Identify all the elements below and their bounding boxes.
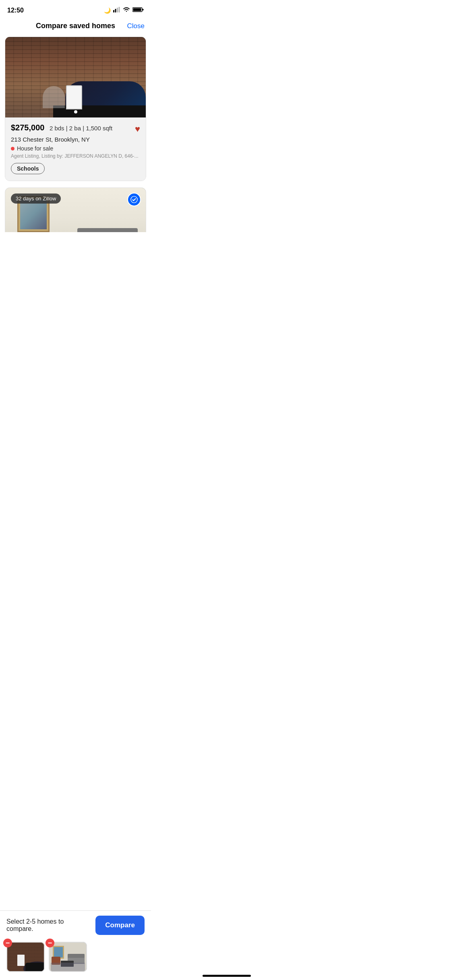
svg-rect-5: [133, 8, 141, 11]
moon-icon: 🌙: [104, 7, 111, 14]
type-1: House for sale: [17, 145, 53, 152]
price-1: $275,000: [11, 123, 44, 132]
svg-rect-1: [115, 9, 116, 12]
listing-info-1: $275,000 2 bds | 2 ba | 1,500 sqft ♥ 213…: [5, 117, 146, 181]
address-1: 213 Chester St, Brooklyn, NY: [11, 136, 140, 143]
listing-card-1[interactable]: $275,000 2 bds | 2 ba | 1,500 sqft ♥ 213…: [5, 37, 146, 181]
svg-rect-0: [113, 10, 114, 12]
agent-1: Agent Listing, Listing by: JEFFERSON ANG…: [11, 153, 140, 159]
type-row-1: House for sale: [11, 145, 140, 152]
price-row-1: $275,000 2 bds | 2 ba | 1,500 sqft ♥: [11, 123, 140, 134]
status-time: 12:50: [7, 7, 24, 14]
status-bar: 12:50 🌙: [0, 0, 151, 18]
svg-rect-2: [117, 8, 118, 12]
battery-icon: [132, 7, 144, 14]
days-badge-2: 32 days on Zillow: [11, 194, 61, 204]
schools-button-1[interactable]: Schools: [11, 163, 45, 174]
type-dot-1: [11, 147, 14, 150]
wifi-icon: [123, 7, 130, 14]
favorite-icon-1[interactable]: ♥: [135, 124, 140, 134]
signal-icon: [113, 7, 120, 14]
listing-image-2[interactable]: 32 days on Zillow: [5, 188, 146, 232]
close-button[interactable]: Close: [127, 22, 145, 30]
status-icons: 🌙: [104, 7, 144, 14]
image-dots-1: [74, 110, 77, 113]
svg-rect-6: [143, 9, 144, 10]
house1-background: [5, 37, 146, 117]
beds-1: 2 bds | 2 ba | 1,500 sqft: [50, 125, 112, 132]
selected-check-2[interactable]: [127, 193, 141, 206]
svg-rect-3: [119, 7, 120, 12]
dot-1: [74, 110, 77, 113]
house-door: [66, 85, 82, 109]
price-details-1: $275,000 2 bds | 2 ba | 1,500 sqft: [11, 123, 135, 132]
listing-image-1[interactable]: [5, 37, 146, 117]
page-header: Compare saved homes Close: [0, 18, 151, 35]
page-title: Compare saved homes: [36, 22, 115, 30]
listings-scroll[interactable]: $275,000 2 bds | 2 ba | 1,500 sqft ♥ 213…: [0, 35, 151, 232]
listing-card-2[interactable]: 32 days on Zillow $299,000 2 bds | 1 ba …: [5, 187, 146, 232]
